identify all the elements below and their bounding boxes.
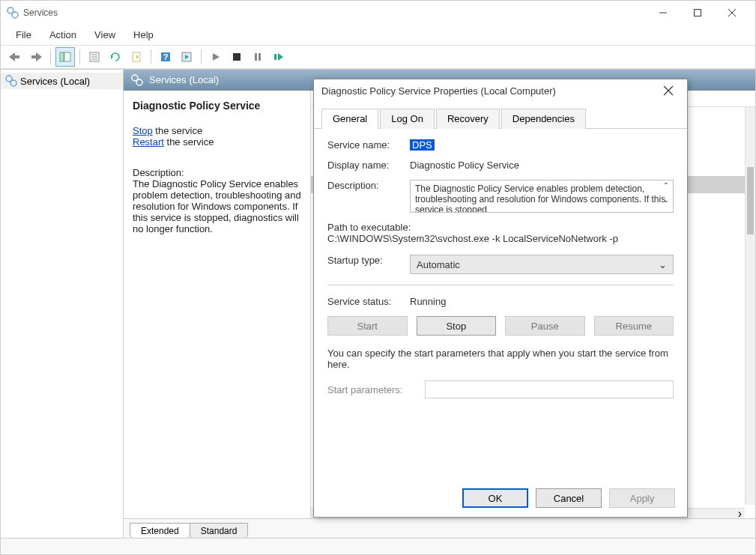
tb-pause[interactable] — [248, 47, 267, 67]
tb-help[interactable]: ? — [156, 47, 175, 67]
menu-view[interactable]: View — [85, 26, 124, 43]
close-button[interactable] — [715, 1, 749, 24]
scroll-right-icon[interactable]: › — [738, 507, 742, 519]
services-icon — [7, 7, 19, 19]
tb-restart[interactable] — [269, 47, 288, 67]
forward-button[interactable] — [26, 47, 46, 67]
scroll-down-icon[interactable]: ˇ — [665, 200, 668, 210]
startup-type-select[interactable]: Automatic ⌄ — [410, 255, 674, 274]
window-title: Services — [23, 7, 646, 18]
dialog-titlebar: Diagnostic Policy Service Properties (Lo… — [314, 79, 687, 102]
svg-rect-26 — [258, 53, 261, 61]
start-params-note: You can specify the start parameters tha… — [327, 348, 674, 370]
value-status: Running — [410, 296, 446, 307]
toolbar: ? — [1, 45, 755, 69]
service-description-panel: Diagnostic Policy Service Stop the servi… — [124, 91, 311, 518]
resume-button: Resume — [594, 316, 674, 336]
start-params-input — [425, 380, 674, 398]
scrollbar-thumb[interactable] — [747, 167, 754, 234]
tb-refresh[interactable] — [106, 47, 125, 67]
description-textbox[interactable]: The Diagnostic Policy Service enables pr… — [410, 180, 674, 213]
stop-link[interactable]: Stop — [133, 125, 153, 136]
label-display-name: Display name: — [327, 160, 410, 171]
svg-text:?: ? — [163, 52, 169, 61]
restart-link[interactable]: Restart — [133, 136, 164, 148]
svg-rect-3 — [695, 10, 701, 16]
properties-dialog: Diagnostic Policy Service Properties (Lo… — [313, 79, 688, 518]
tb-detail-view[interactable] — [55, 47, 75, 67]
svg-rect-11 — [64, 52, 70, 61]
tab-extended[interactable]: Extended — [130, 523, 190, 538]
tb-properties[interactable] — [85, 47, 104, 67]
detail-header-text: Services (Local) — [149, 74, 219, 85]
close-icon — [663, 85, 674, 96]
svg-point-1 — [12, 12, 18, 18]
menu-help[interactable]: Help — [124, 26, 163, 43]
svg-marker-8 — [36, 52, 42, 61]
ok-button[interactable]: OK — [462, 488, 528, 508]
chevron-down-icon: ⌄ — [659, 259, 667, 270]
gear-icon — [5, 75, 17, 87]
tab-dependencies[interactable]: Dependencies — [501, 109, 586, 129]
stop-button[interactable]: Stop — [417, 316, 497, 336]
svg-point-30 — [10, 80, 16, 86]
svg-rect-7 — [15, 55, 19, 58]
dialog-close-button[interactable] — [657, 79, 680, 102]
svg-rect-10 — [60, 52, 64, 61]
svg-point-32 — [136, 79, 142, 85]
start-button: Start — [327, 316, 408, 336]
label-service-name: Service name: — [327, 139, 410, 151]
svg-marker-23 — [213, 53, 220, 61]
tab-recovery[interactable]: Recovery — [436, 109, 500, 129]
label-startup: Startup type: — [327, 255, 410, 266]
apply-button: Apply — [609, 488, 675, 508]
svg-rect-25 — [255, 53, 257, 61]
vertical-scrollbar[interactable] — [745, 107, 755, 505]
svg-rect-9 — [31, 55, 36, 58]
tb-action[interactable] — [177, 47, 196, 67]
pause-button: Pause — [505, 316, 585, 336]
back-button[interactable] — [5, 47, 25, 67]
svg-rect-24 — [233, 53, 241, 61]
titlebar: Services — [1, 1, 755, 25]
menu-file[interactable]: File — [7, 26, 40, 43]
dialog-tabs: General Log On Recovery Dependencies — [314, 102, 687, 129]
tree-services-local[interactable]: Services (Local) — [1, 73, 123, 89]
value-path: C:\WINDOWS\System32\svchost.exe -k Local… — [327, 233, 674, 244]
tab-logon[interactable]: Log On — [380, 109, 435, 129]
svg-rect-27 — [274, 54, 276, 60]
tree-pane: Services (Local) — [1, 70, 124, 538]
menubar: File Action View Help — [1, 25, 755, 45]
services-window: Services File Action View Help ? — [0, 0, 756, 555]
label-status: Service status: — [327, 296, 410, 307]
bottom-tabs: Extended Standard — [124, 518, 755, 538]
tb-export[interactable] — [127, 47, 146, 67]
minimize-button[interactable] — [646, 1, 680, 24]
svg-marker-28 — [278, 53, 283, 61]
tb-stop[interactable] — [227, 47, 247, 67]
tb-start[interactable] — [206, 47, 226, 67]
cancel-button[interactable]: Cancel — [536, 488, 602, 508]
svg-marker-6 — [9, 52, 15, 61]
scroll-up-icon[interactable]: ˆ — [665, 182, 668, 192]
label-start-params: Start parameters: — [327, 384, 425, 395]
description-text: The Diagnostic Policy Service enables pr… — [133, 178, 301, 234]
gear-icon — [131, 74, 143, 86]
menu-action[interactable]: Action — [40, 26, 85, 43]
service-name-heading: Diagnostic Policy Service — [133, 100, 301, 112]
maximize-button[interactable] — [680, 1, 715, 24]
tree-label: Services (Local) — [20, 76, 90, 87]
statusbar — [1, 538, 755, 554]
description-label: Description: — [133, 167, 301, 178]
dialog-title: Diagnostic Policy Service Properties (Lo… — [321, 85, 657, 97]
label-path: Path to executable: — [327, 222, 674, 233]
tab-standard[interactable]: Standard — [190, 523, 249, 538]
value-display-name: Diagnostic Policy Service — [410, 160, 519, 171]
value-service-name[interactable]: DPS — [410, 139, 435, 151]
label-description: Description: — [327, 180, 410, 191]
tab-general[interactable]: General — [321, 109, 378, 129]
